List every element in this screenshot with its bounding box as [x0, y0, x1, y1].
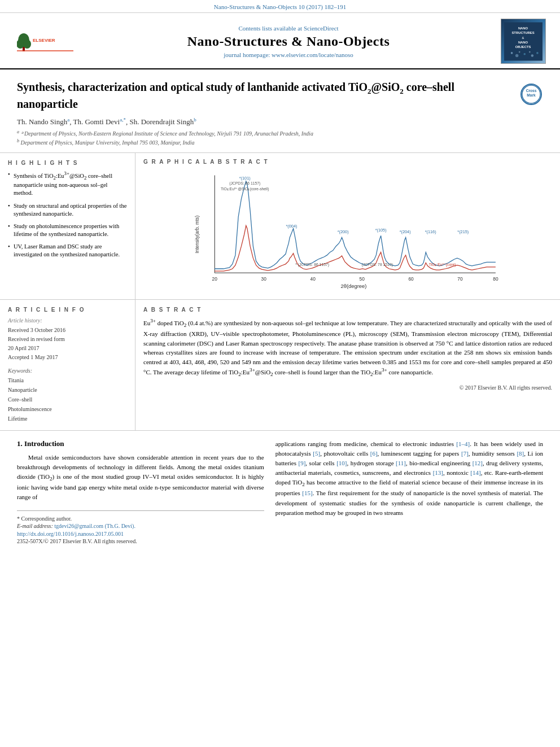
keyword-titania: Titania [8, 375, 127, 385]
svg-text:50: 50 [359, 276, 365, 282]
highlight-item-2: Study on structural and optical properti… [8, 202, 127, 218]
journal-title: Nano-Structures & Nano-Objects [79, 34, 498, 49]
svg-text:20: 20 [212, 276, 218, 282]
svg-text:*(105): *(105) [375, 228, 387, 233]
highlights-column: H I G H L I G H T S Synthesis of TiO2:Eu… [0, 153, 135, 299]
svg-text:60: 60 [408, 276, 414, 282]
homepage-link[interactable]: www.elsevier.com/locate/nanoso [272, 51, 353, 58]
svg-text:*(116): *(116) [425, 229, 436, 234]
revised-date-2: 20 April 2017 [8, 344, 127, 353]
page-wrapper: Nano-Structures & Nano-Objects 10 (2017)… [0, 0, 560, 747]
ref-11: [11] [396, 460, 406, 466]
ref-7: [7] [461, 450, 469, 457]
intro-left: 1. Introduction Metal oxide semiconducto… [17, 439, 264, 545]
article-title-section: Synthesis, characterization and optical … [0, 69, 560, 153]
svg-text:* (JCPDS: 86 1157): * (JCPDS: 86 1157) [295, 263, 329, 267]
revised-date: Received in revised form [8, 335, 127, 344]
svg-text:Cross: Cross [526, 89, 537, 93]
svg-text:70: 70 [457, 276, 463, 282]
svg-text:(JCPDS: 86 1157): (JCPDS: 86 1157) [229, 181, 260, 186]
graphical-abstract-area: Intensity(arb. mts) 20 30 40 50 60 70 80… [143, 169, 552, 294]
ref-6: [6] [370, 450, 378, 457]
svg-point-14 [523, 53, 526, 55]
svg-point-16 [536, 52, 539, 54]
keyword-nanoparticle: Nanoparticle [8, 385, 127, 395]
article-info-abstract-section: A R T I C L E I N F O Article history: R… [0, 300, 560, 431]
intro-paragraph-2: applications ranging from medicine, chem… [275, 439, 543, 518]
received-date: Received 3 October 2016 [8, 326, 127, 335]
doi-link[interactable]: http://dx.doi.org/10.1016/j.nanoso.2017.… [17, 531, 124, 537]
affiliation-a: a ᵃ Department of Physics, North-Eastern… [17, 129, 511, 137]
journal-citation: Nano-Structures & Nano-Objects 10 (2017)… [214, 3, 346, 10]
highlight-item-4: UV, Laser Raman and DSC study are invest… [8, 243, 127, 259]
chart-svg: Intensity(arb. mts) 20 30 40 50 60 70 80… [143, 169, 552, 294]
highlight-item-3: Study on photoluminescence properties wi… [8, 222, 127, 238]
svg-text:*(004): *(004) [286, 224, 297, 229]
authors-line: Th. Nando Singha, Th. Gomti Devia,*, Sh.… [17, 117, 511, 126]
history-label: Article history: [8, 317, 127, 324]
article-info-label: A R T I C L E I N F O [8, 307, 127, 313]
svg-point-18 [529, 51, 531, 53]
keywords-title: Keywords: [8, 368, 127, 374]
contents-available: Contents lists available at ScienceDirec… [79, 25, 498, 32]
highlights-label: H I G H L I G H T S [8, 160, 127, 166]
footnote-area: * Corresponding author. E-mail address: … [17, 510, 264, 544]
ref-9: [9] [299, 460, 306, 466]
keyword-photoluminescence: Photoluminescence [8, 404, 127, 414]
graphical-abstract-column: G R A P H I C A L A B S T R A C T Intens… [135, 153, 560, 299]
journal-top-bar: Nano-Structures & Nano-Objects 10 (2017)… [0, 0, 560, 13]
thumbnail-svg: NANO STRUCTURES & NANO OBJECTS [504, 20, 542, 63]
svg-point-15 [531, 54, 534, 57]
introduction-columns: 1. Introduction Metal oxide semiconducto… [17, 439, 543, 545]
email-value: tgdevi26@gmail.com (Th.G. Devi). [54, 523, 135, 529]
abstract-text: Eu3+ doped TiO2 (0.4 at.%) are synthesiz… [143, 317, 552, 392]
journal-header: ELSEVIER Contents lists available at Sci… [0, 13, 560, 69]
svg-text:TiO₂:Eu³⁺@SiO₂(core-shell): TiO₂:Eu³⁺@SiO₂(core-shell) [221, 187, 269, 191]
article-title: Synthesis, characterization and optical … [17, 80, 511, 111]
ref-12: [12] [473, 460, 483, 466]
affiliation-b: b Department of Physics, Manipur Univers… [17, 138, 511, 146]
introduction-section: 1. Introduction Metal oxide semiconducto… [0, 431, 560, 545]
elsevier-logo: ELSEVIER [17, 26, 73, 57]
svg-point-17 [519, 51, 520, 53]
crossmark-badge[interactable]: Cross Mark [519, 82, 543, 106]
journal-header-center: Contents lists available at ScienceDirec… [79, 25, 498, 58]
svg-point-13 [515, 54, 518, 56]
abstract-label: A B S T R A C T [143, 307, 552, 313]
ref-13: [13] [433, 469, 443, 476]
issn-line: 2352-507X/© 2017 Elsevier B.V. All right… [17, 538, 264, 544]
svg-text:&: & [522, 36, 524, 39]
svg-text:*(215): *(215) [457, 229, 469, 234]
highlight-item-1: Synthesis of TiO2:Eu3+@SiO2 core–shell n… [8, 171, 127, 198]
article-title-text: Synthesis, characterization and optical … [17, 80, 511, 147]
svg-text:*(200): *(200) [338, 229, 349, 234]
ref-5: [5] [313, 450, 320, 457]
svg-text:2θ(degree): 2θ(degree) [340, 282, 366, 289]
sciencedirect-link[interactable]: ScienceDirect [304, 25, 339, 32]
email-line: E-mail address: tgdevi26@gmail.com (Th.G… [17, 523, 264, 529]
intro-number: 1. [17, 439, 23, 448]
crossmark-circle[interactable]: Cross Mark [520, 84, 542, 105]
journal-header-right: NANO STRUCTURES & NANO OBJECTS [498, 19, 549, 64]
svg-text:40: 40 [310, 276, 316, 282]
keyword-coreshell: Core–shell [8, 395, 127, 404]
svg-text:OBJECTS: OBJECTS [515, 45, 531, 48]
article-dates: Received 3 October 2016 Received in revi… [8, 326, 127, 362]
svg-text:(JCPDS: 78 1510): (JCPDS: 78 1510) [362, 263, 393, 267]
svg-text:NANO: NANO [518, 27, 528, 30]
svg-text:*(101): *(101) [239, 176, 251, 181]
ref-1-4: [1–4] [456, 440, 470, 447]
article-info-column: A R T I C L E I N F O Article history: R… [0, 300, 135, 430]
svg-text:Intensity(arb. mts): Intensity(arb. mts) [194, 215, 200, 253]
ref-14: [14] [470, 469, 480, 476]
doi-line: http://dx.doi.org/10.1016/j.nanoso.2017.… [17, 531, 264, 537]
svg-text:*(204): *(204) [400, 229, 411, 234]
ref-15: [15] [302, 490, 312, 496]
keywords-section: Keywords: Titania Nanoparticle Core–shel… [8, 368, 127, 423]
svg-point-3 [23, 40, 31, 49]
svg-text:TiO₂:Eu³⁺(core): TiO₂:Eu³⁺(core) [429, 263, 456, 267]
intro-title: 1. Introduction [17, 439, 264, 448]
svg-text:30: 30 [261, 276, 267, 282]
copyright-notice: © 2017 Elsevier B.V. All rights reserved… [143, 383, 552, 392]
svg-text:Mark: Mark [527, 93, 536, 97]
